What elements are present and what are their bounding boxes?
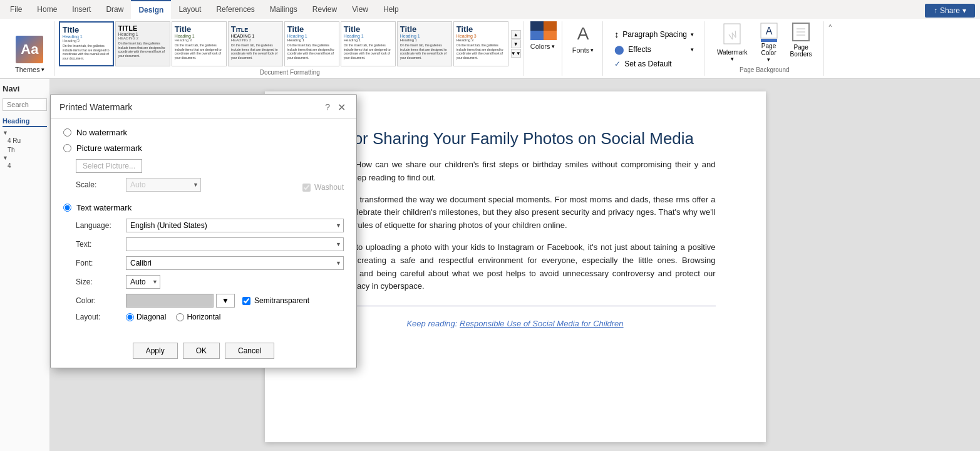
scroll-down-button[interactable]: ▼ — [511, 39, 521, 48]
no-watermark-radio[interactable] — [63, 128, 71, 137]
horizontal-option[interactable]: Horizontal — [176, 313, 220, 321]
theme-preview-7[interactable]: Title Heading 1 Heading 1 On the Insert … — [397, 21, 452, 66]
theme-preview-2[interactable]: TITLE Heading 1 HEADING 2 On the Insert … — [115, 21, 170, 66]
washout-label[interactable]: Washout — [314, 183, 344, 192]
watermark-icon: W — [723, 23, 741, 49]
font-select[interactable]: Calibri — [126, 256, 344, 270]
tab-review[interactable]: Review — [305, 0, 344, 19]
ok-button[interactable]: OK — [183, 343, 220, 359]
page-color-caret-icon: ▾ — [767, 56, 770, 63]
diagonal-option[interactable]: Diagonal — [126, 313, 166, 321]
text-watermark-label[interactable]: Text watermark — [76, 203, 132, 212]
color-dropdown-button[interactable]: ▼ — [216, 294, 235, 308]
text-watermark-row: Text watermark — [63, 203, 344, 212]
tab-layout[interactable]: Layout — [171, 0, 209, 19]
page-borders-button[interactable]: Page Borders — [787, 21, 816, 64]
horizontal-radio[interactable] — [176, 313, 184, 321]
theme-preview-8[interactable]: Title Heading 3 Heading 3 On the Insert … — [453, 21, 508, 66]
tab-view[interactable]: View — [344, 0, 376, 19]
theme-preview-1[interactable]: Title Heading 1 Heading 2 On the Insert … — [59, 21, 114, 66]
colors-button[interactable]: Colors ▾ — [530, 21, 557, 49]
select-picture-button[interactable]: Select Picture... — [76, 159, 142, 173]
fonts-section: A Fonts ▾ — [564, 21, 604, 76]
svg-rect-4 — [761, 39, 777, 42]
watermark-button[interactable]: W Watermark ▾ — [713, 21, 751, 64]
language-label: Language: — [76, 221, 126, 230]
nav-item-3[interactable]: 4 — [3, 161, 47, 170]
text-watermark-section: Language: English (United States) ▼ Text… — [76, 219, 344, 321]
picture-watermark-label[interactable]: Picture watermark — [76, 143, 142, 153]
tab-mailings[interactable]: Mailings — [262, 0, 305, 19]
no-watermark-label[interactable]: No watermark — [76, 128, 127, 137]
color-label: Color: — [76, 296, 126, 305]
semitransparent-label[interactable]: Semitransparent — [254, 296, 309, 305]
effects-button[interactable]: ⬤ Effects ▾ — [612, 43, 696, 56]
text-select[interactable] — [126, 237, 344, 251]
ribbon-collapse-button[interactable]: ^ — [829, 24, 832, 31]
doc-footer-link[interactable]: Responsible Use of Social Media for Chil… — [460, 319, 624, 328]
tab-design[interactable]: Design — [131, 0, 171, 19]
doc-heading: ules for Sharing Your Family Photos on S… — [315, 129, 716, 148]
semitransparent-row: Semitransparent — [242, 296, 309, 305]
share-caret-icon: ▾ — [962, 6, 966, 15]
nav-heading[interactable]: Heading — [3, 116, 47, 127]
theme-preview-6[interactable]: Title Heading 1 Heading 1 On the Insert … — [341, 21, 396, 66]
picture-watermark-radio[interactable] — [63, 144, 71, 152]
font-row: Font: Calibri ▼ — [76, 256, 344, 270]
dialog-help-button[interactable]: ? — [325, 102, 330, 112]
colors-caret-icon: ▾ — [552, 43, 555, 49]
size-select[interactable]: Auto — [126, 275, 160, 289]
cancel-button[interactable]: Cancel — [225, 343, 274, 359]
scroll-up-button[interactable]: ▲ — [511, 30, 521, 39]
tab-help[interactable]: Help — [376, 0, 406, 19]
nav-arrow-down-icon: ▼ — [3, 130, 8, 136]
diagonal-radio[interactable] — [126, 313, 134, 321]
theme-preview-3[interactable]: Title Heading 1 Heading 3 On the Insert … — [172, 21, 227, 66]
nav-item-2[interactable]: Th — [3, 145, 47, 155]
nav-item-1[interactable]: 4 Ru — [3, 136, 47, 145]
no-watermark-row: No watermark — [63, 128, 344, 137]
scale-label: Scale: — [76, 180, 126, 189]
fonts-icon: A — [577, 24, 589, 44]
tab-file[interactable]: File — [3, 0, 29, 19]
fonts-button[interactable]: A Fonts ▾ — [569, 21, 598, 56]
scale-caret-icon: ▼ — [193, 182, 199, 188]
page-background-label: Page Background — [713, 65, 816, 73]
layout-label: Layout: — [76, 313, 126, 321]
scroll-expand-button[interactable]: ▼▼ — [511, 49, 521, 58]
para-section: ↕ Paragraph Spacing ▾ ⬤ Effects ▾ ✓ Set … — [604, 21, 704, 76]
themes-section: Aa Themes ▾ — [5, 21, 55, 76]
scale-select[interactable]: Auto — [126, 178, 201, 192]
page-borders-icon — [792, 23, 810, 44]
font-label: Font: — [76, 259, 126, 267]
svg-text:W: W — [727, 28, 740, 41]
page-color-button[interactable]: A Page Color ▾ — [756, 21, 781, 64]
apply-button[interactable]: Apply — [133, 343, 178, 359]
tab-insert[interactable]: Insert — [64, 0, 98, 19]
tab-references[interactable]: References — [209, 0, 262, 19]
ribbon-content: Aa Themes ▾ Title Heading 1 Heading 2 On… — [0, 19, 980, 78]
washout-checkbox[interactable] — [302, 184, 311, 192]
paragraph-spacing-button[interactable]: ↕ Paragraph Spacing ▾ — [612, 28, 696, 41]
layout-options: Diagonal Horizontal — [126, 313, 220, 321]
dialog-header-controls: ? ✕ — [325, 101, 348, 113]
svg-text:A: A — [765, 26, 772, 36]
tab-draw[interactable]: Draw — [98, 0, 131, 19]
tab-home[interactable]: Home — [29, 0, 64, 19]
language-select[interactable]: English (United States) — [126, 219, 344, 232]
nav-search-input[interactable] — [3, 98, 47, 111]
page-color-icon: A — [760, 23, 778, 43]
dialog-close-button[interactable]: ✕ — [335, 101, 348, 113]
doc-divider — [315, 306, 716, 306]
page-color-label: Page Color — [761, 43, 776, 56]
text-label: Text: — [76, 240, 126, 249]
share-icon: ↑ — [934, 6, 937, 15]
semitransparent-checkbox[interactable] — [242, 297, 250, 305]
theme-preview-5[interactable]: Title Heading 1 Heading 1 On the Insert … — [284, 21, 339, 66]
themes-button[interactable]: Aa Themes ▾ — [10, 33, 49, 76]
share-button[interactable]: ↑ Share ▾ — [925, 4, 975, 18]
color-swatch[interactable] — [126, 294, 214, 308]
theme-preview-4[interactable]: Title HEADING 1 HEADING 2 On the Insert … — [228, 21, 283, 66]
text-watermark-radio[interactable] — [63, 204, 71, 212]
set-as-default-button[interactable]: ✓ Set as Default — [612, 58, 696, 70]
